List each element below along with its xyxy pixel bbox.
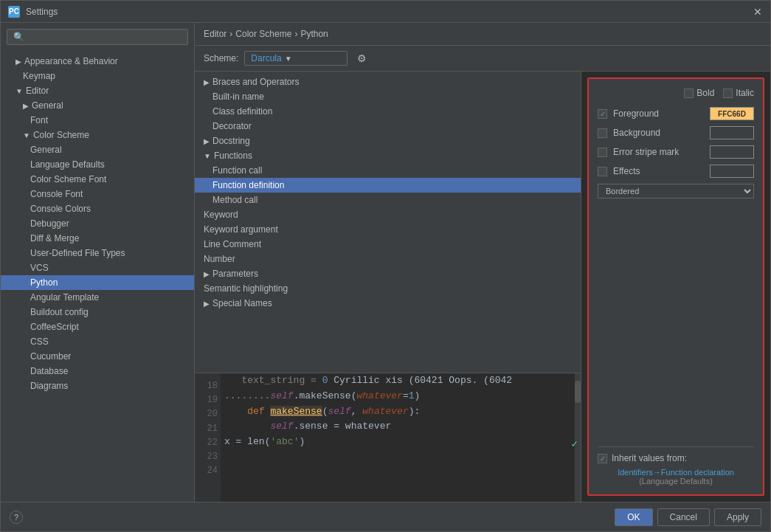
sidebar-item-angular[interactable]: Angular Template: [1, 290, 194, 305]
error-stripe-color-swatch[interactable]: [710, 145, 754, 159]
code-preview: 18192021222324 text_string = 0 Cyrillic …: [195, 373, 581, 502]
effects-checkbox[interactable]: [598, 167, 607, 176]
tree-item-number[interactable]: Number: [195, 252, 581, 266]
item-label: Keyword: [204, 210, 238, 220]
background-color-swatch[interactable]: [710, 126, 754, 139]
arrow-icon: ▶: [15, 58, 21, 66]
tree-item-decorator[interactable]: Decorator: [195, 119, 581, 134]
effects-color-swatch[interactable]: [710, 165, 754, 178]
tree-item-builtin[interactable]: Built-in name: [195, 89, 581, 104]
sidebar-item-diff-merge[interactable]: Diff & Merge: [1, 231, 194, 246]
arrow-icon: ▶: [23, 102, 29, 110]
sidebar-item-css[interactable]: CSS: [1, 334, 194, 349]
background-checkbox[interactable]: [598, 128, 607, 138]
scheme-toolbar: Scheme: Darcula ▼ ⚙: [195, 46, 770, 72]
sidebar-item-label: Console Font: [30, 189, 83, 199]
spacer: [598, 204, 754, 435]
sidebar-item-console-colors[interactable]: Console Colors: [1, 201, 194, 216]
tree-item-keyword[interactable]: Keyword: [195, 207, 581, 222]
breadcrumb-python: Python: [300, 29, 328, 39]
code-line-22: self.sense = whatever: [224, 419, 581, 435]
tree-item-special-names[interactable]: ▶ Special Names: [195, 296, 581, 311]
sidebar-item-editor[interactable]: ▼ Editor: [1, 83, 194, 98]
close-button[interactable]: ✕: [753, 7, 763, 17]
item-label: Braces and Operators: [212, 77, 299, 87]
sidebar-item-debugger[interactable]: Debugger: [1, 216, 194, 231]
sidebar-item-label: Buildout config: [30, 307, 89, 317]
sidebar-item-cs-general[interactable]: General: [1, 142, 194, 157]
breadcrumb-color-scheme: Color Scheme: [235, 29, 291, 39]
sidebar-item-label: Python: [30, 277, 58, 288]
item-label: Docstring: [212, 136, 250, 146]
tree-item-functions[interactable]: ▼ Functions: [195, 148, 581, 163]
tree-item-function-call[interactable]: Function call: [195, 163, 581, 178]
foreground-row: ✓ Foreground FFC66D: [598, 107, 754, 120]
inherit-sub: (Language Defaults): [598, 477, 754, 486]
effects-type-select[interactable]: Bordered Underscored Bold Underscored Un…: [598, 184, 754, 198]
sidebar-item-appearance[interactable]: ▶ Appearance & Behavior: [1, 54, 194, 69]
scheme-settings-button[interactable]: ⚙: [353, 50, 370, 66]
line-numbers: 18192021222324: [195, 373, 221, 502]
arrow-icon: ▼: [15, 87, 23, 95]
scrollbar-thumb[interactable]: [575, 381, 581, 403]
tree-item-method-call[interactable]: Method call: [195, 193, 581, 207]
sidebar-item-label: Font: [30, 115, 48, 125]
sidebar-item-label: Language Defaults: [30, 159, 105, 170]
arrow-icon: ▶: [204, 270, 210, 278]
sidebar-item-python[interactable]: Python: [1, 275, 194, 290]
breadcrumb: Editor › Color Scheme › Python: [195, 23, 770, 46]
sidebar-item-diagrams[interactable]: Diagrams: [1, 379, 194, 393]
sidebar-item-label: Color Scheme: [33, 130, 89, 140]
app-icon: PC: [8, 6, 20, 18]
item-label: Line Comment: [204, 239, 261, 249]
sidebar-item-label: General: [30, 145, 62, 155]
foreground-color-swatch[interactable]: FFC66D: [710, 107, 754, 120]
tree-item-parameters[interactable]: ▶ Parameters: [195, 266, 581, 281]
cancel-button[interactable]: Cancel: [657, 508, 710, 526]
sidebar-item-general[interactable]: ▶ General: [1, 98, 194, 113]
sidebar-item-coffeescript[interactable]: CoffeeScript: [1, 319, 194, 334]
sidebar-item-buildout[interactable]: Buildout config: [1, 305, 194, 319]
sidebar-item-cs-font[interactable]: Color Scheme Font: [1, 172, 194, 187]
italic-checkbox[interactable]: [723, 89, 733, 98]
tree-item-docstring[interactable]: ▶ Docstring: [195, 134, 581, 148]
tree-item-semantic[interactable]: Semantic highlighting: [195, 281, 581, 296]
ok-button[interactable]: OK: [615, 508, 652, 526]
sidebar-item-keymap[interactable]: Keymap: [1, 69, 194, 83]
sidebar-item-font[interactable]: Font: [1, 113, 194, 128]
bold-italic-row: Bold Italic: [598, 88, 754, 98]
effects-row: Effects: [598, 165, 754, 178]
effects-label: Effects: [613, 166, 704, 176]
sidebar-item-label: Diagrams: [30, 381, 68, 391]
sidebar-item-cucumber[interactable]: Cucumber: [1, 349, 194, 364]
sidebar-item-vcs[interactable]: VCS: [1, 260, 194, 275]
bold-checkbox[interactable]: [684, 89, 694, 98]
sidebar-item-user-defined[interactable]: User-Defined File Types: [1, 246, 194, 260]
check-icon: ✓: [572, 438, 578, 450]
error-stripe-checkbox[interactable]: [598, 148, 607, 157]
code-line-21: def makeSense(self, whatever):: [224, 404, 581, 420]
search-input[interactable]: [7, 29, 188, 45]
tree-item-braces[interactable]: ▶ Braces and Operators: [195, 75, 581, 89]
properties-panel: Bold Italic ✓ Foreground FFC66D: [587, 77, 764, 496]
help-button[interactable]: ?: [10, 511, 23, 524]
code-line-19: ........self.makeSense(whatever=1): [224, 389, 581, 404]
sidebar-item-lang-defaults[interactable]: Language Defaults: [1, 157, 194, 172]
tree-item-line-comment[interactable]: Line Comment: [195, 237, 581, 252]
sidebar-item-console-font[interactable]: Console Font: [1, 187, 194, 201]
apply-button[interactable]: Apply: [714, 508, 761, 526]
search-box: [1, 23, 194, 51]
inherit-link[interactable]: Identifiers→Function declaration: [598, 468, 754, 477]
scheme-dropdown[interactable]: Darcula ▼: [244, 51, 348, 66]
tree-item-class-def[interactable]: Class definition: [195, 104, 581, 119]
effects-type-row: Bordered Underscored Bold Underscored Un…: [598, 184, 754, 198]
sidebar-item-database[interactable]: Database: [1, 364, 194, 379]
inherit-checkbox[interactable]: ✓: [598, 454, 607, 463]
tree-item-keyword-argument[interactable]: Keyword argument: [195, 222, 581, 237]
tree-item-function-definition[interactable]: Function definition: [195, 178, 581, 193]
scheme-value: Darcula: [251, 53, 281, 63]
arrow-icon: ▶: [204, 78, 210, 86]
sidebar-item-color-scheme[interactable]: ▼ Color Scheme: [1, 128, 194, 142]
foreground-checkbox[interactable]: ✓: [598, 109, 607, 119]
left-panel: ▶ Appearance & Behavior Keymap ▼ Editor …: [1, 23, 195, 502]
